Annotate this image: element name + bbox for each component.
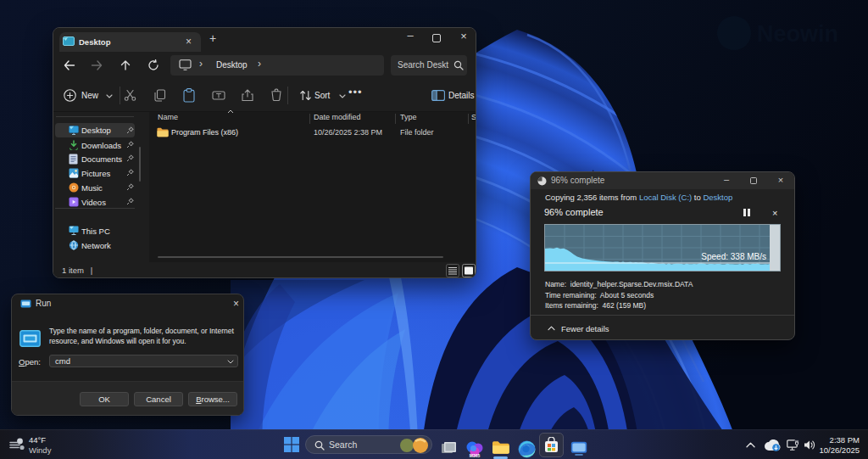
svg-text:M365: M365 [470,453,481,458]
svg-text:Neowin: Neowin [757,21,838,47]
svg-text:Speed: 338 MB/s: Speed: 338 MB/s [701,252,766,261]
